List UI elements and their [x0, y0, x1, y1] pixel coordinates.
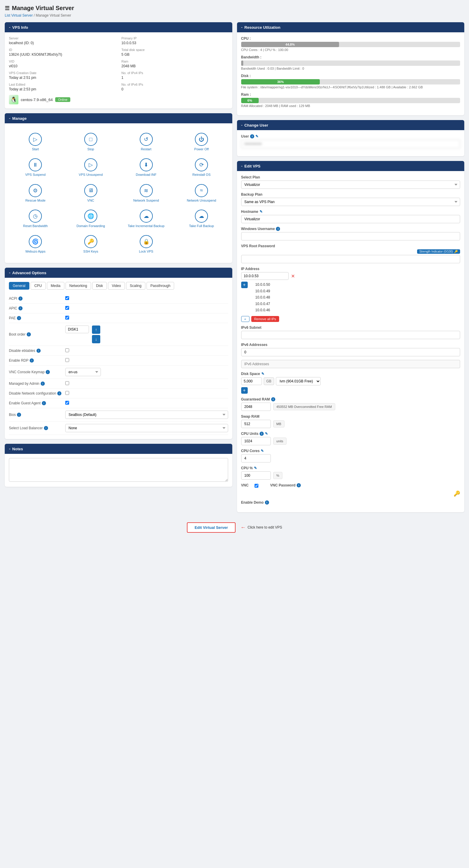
disk-space-group: Disk Space ✎ GB lvm (904.01GB Free) + [241, 372, 460, 394]
manage-item-ssh_keys[interactable]: 🔑 SSH Keys [64, 233, 117, 256]
select-plan-dropdown[interactable]: Virtualizor [241, 181, 460, 189]
adv-tab-scaling[interactable]: Scaling [126, 282, 145, 290]
adv-tab-media[interactable]: Media [47, 282, 64, 290]
breadcrumb-home[interactable]: List Virtual Server [5, 13, 33, 18]
adv-tab-cpu[interactable]: CPU [31, 282, 46, 290]
adv-row-label: VNC Console Keymap i [9, 370, 62, 374]
manage-item-vps_suspend[interactable]: ⏸ VPS Suspend [9, 156, 62, 179]
cpu-units-input[interactable] [241, 437, 271, 445]
adv-checkbox-acpi[interactable] [65, 296, 69, 300]
manage-item-take_incremental_backup[interactable]: ☁ Take Incremental Backup [120, 207, 173, 230]
vnc-key-icon[interactable]: 🔑 [453, 491, 460, 497]
disk-progress-bg: 36% [241, 79, 460, 85]
adv-tab-disk[interactable]: Disk [92, 282, 107, 290]
ipv6-count-input[interactable] [241, 348, 460, 356]
ram-progress-fill: 6% [241, 98, 259, 103]
backup-plan-dropdown[interactable]: Same as VPS Plan [241, 198, 460, 206]
ip-add-button[interactable]: + [241, 282, 248, 288]
manage-item-lock_vps[interactable]: 🔒 Lock VPS [120, 233, 173, 256]
adv-select-vnc-console-keymap[interactable]: en-us [65, 368, 101, 376]
edit-virtual-server-button[interactable]: Edit Virtual Server [187, 522, 236, 533]
cpu-resource: CPU : 44.8% CPU Cores : 4 | CPU % : 100.… [241, 36, 460, 52]
manage-label-network_suspend: Network Suspend [133, 198, 159, 203]
advanced-collapse-icon[interactable]: - [9, 270, 10, 275]
cpu-cores-edit-icon[interactable]: ✎ [261, 449, 264, 453]
manage-item-network_unsuspend[interactable]: ≈ Network Unsuspend [175, 182, 228, 205]
edit-vps-collapse-icon[interactable]: - [241, 163, 243, 169]
adv-checkbox-pae[interactable] [65, 316, 69, 319]
disk-edit-icon[interactable]: ✎ [261, 372, 264, 376]
adv-tab-networking[interactable]: Networking [65, 282, 91, 290]
notes-textarea[interactable] [9, 458, 228, 482]
vnc-checkbox[interactable] [255, 484, 258, 488]
resource-collapse-icon[interactable]: - [241, 25, 243, 30]
manage-item-vps_unsuspend[interactable]: ▷ VPS Unsuspend [64, 156, 117, 179]
ipv6-subnet-input[interactable] [241, 331, 460, 339]
adv-row-control [65, 306, 228, 311]
adv-row-select-load-balancer: Select Load Balancer iNone [9, 422, 228, 435]
boot-down-button[interactable]: ↓ [92, 335, 100, 343]
cpu-cores-input[interactable] [241, 454, 271, 462]
hostname-input[interactable] [241, 215, 460, 223]
manage-item-download_inf[interactable]: ⬇ Download INF [120, 156, 173, 179]
cpu-units-edit-icon[interactable]: ✎ [265, 432, 268, 436]
ip-list-item: 10.0.0.48 [256, 294, 270, 301]
ip-remove-button[interactable]: ✕ [291, 273, 295, 279]
adv-row-label: ACPI i [9, 297, 62, 301]
ip-back-button[interactable]: « [241, 316, 250, 322]
disk-add-button[interactable]: + [241, 387, 248, 394]
vnc-password-info-icon: i [297, 483, 301, 487]
manage-item-power_off[interactable]: ⏻ Power Off [175, 130, 228, 154]
adv-info-icon: i [19, 297, 23, 301]
cpu-percent-input[interactable] [241, 471, 271, 479]
adv-checkbox-enable-rdp[interactable] [65, 358, 69, 362]
vps-info-title: VPS Info [12, 25, 28, 30]
manage-item-restart[interactable]: ↺ Restart [120, 130, 173, 154]
adv-checkbox-enable-guest-agent[interactable] [65, 401, 69, 405]
collapse-icon[interactable]: - [9, 25, 10, 30]
manage-item-take_full_backup[interactable]: ☁ Take Full Backup [175, 207, 228, 230]
adv-checkbox-managed-by-admin[interactable] [65, 381, 69, 385]
vnc-group: VNC VNC Password i 🔑 [241, 483, 460, 497]
vps-password-input[interactable] [241, 255, 460, 263]
guaranteed-ram-input[interactable] [241, 403, 271, 411]
remove-all-ips-button[interactable]: Remove all IPs [251, 316, 279, 322]
adv-checkbox-apic[interactable] [65, 306, 69, 310]
cpu-percent-edit-icon[interactable]: ✎ [254, 466, 257, 470]
cpu-percent-row: % [241, 471, 460, 479]
edit-vps-header: - Edit VPS [237, 161, 465, 171]
adv-tab-passthrough[interactable]: Passthrough [147, 282, 174, 290]
manage-item-reset_bandwidth[interactable]: ◷ Reset Bandwidth [9, 207, 62, 230]
disk-space-input[interactable] [241, 377, 262, 385]
notes-collapse-icon[interactable]: - [9, 446, 10, 452]
manage-item-stop[interactable]: □ Stop [64, 130, 117, 154]
manage-label-rescue_mode: Rescue Mode [25, 198, 46, 203]
manage-item-rescue_mode[interactable]: ⚙ Rescue Mode [9, 182, 62, 205]
manage-collapse-icon[interactable]: - [9, 116, 10, 121]
adv-lb-select[interactable]: None [65, 424, 228, 432]
adv-tab-general[interactable]: General [9, 282, 29, 290]
disk-lvm-select[interactable]: lvm (904.01GB Free) [276, 377, 321, 385]
adv-bios-select[interactable]: SeaBios (Default) [65, 410, 228, 419]
manage-item-webuzo_apps[interactable]: 🌀 Webuzo Apps [9, 233, 62, 256]
user-edit-icon[interactable]: ✎ [256, 134, 258, 138]
hostname-edit-icon[interactable]: ✎ [260, 210, 263, 214]
manage-icon-vps_suspend: ⏸ [29, 158, 42, 172]
swap-ram-input[interactable] [241, 420, 271, 428]
guaranteed-ram-row: 450552 MB Overcommitted Free RAM [241, 403, 460, 411]
ipv6-addresses-input[interactable] [241, 360, 460, 368]
manage-item-network_suspend[interactable]: ≋ Network Suspend [120, 182, 173, 205]
manage-item-reinstall_os[interactable]: ⟳ Reinstall OS [175, 156, 228, 179]
windows-username-input[interactable] [241, 232, 460, 241]
manage-item-domain_forwarding[interactable]: 🌐 Domain Forwarding [64, 207, 117, 230]
adv-tab-video[interactable]: Video [108, 282, 125, 290]
change-user-collapse-icon[interactable]: - [241, 122, 243, 128]
ip-current-input[interactable] [241, 272, 289, 280]
manage-item-start[interactable]: ▷ Start [9, 130, 62, 154]
manage-header: - Manage [5, 113, 232, 123]
adv-checkbox-disable-ebtables[interactable] [65, 348, 69, 352]
boot-order-input[interactable] [65, 326, 89, 333]
manage-item-vnc[interactable]: 🖥 VNC [64, 182, 117, 205]
adv-checkbox-disable-network-configuration[interactable] [65, 391, 69, 395]
boot-up-button[interactable]: ↑ [92, 326, 100, 334]
